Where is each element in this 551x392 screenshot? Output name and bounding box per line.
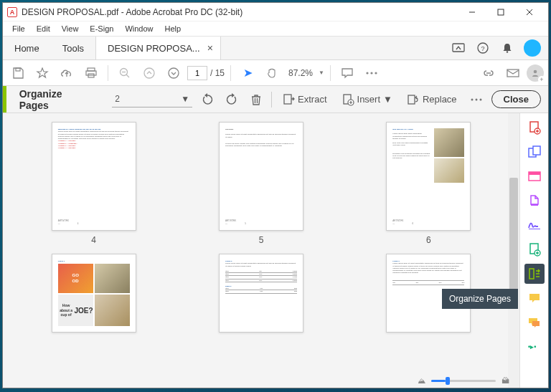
close-window-button[interactable] [515, 3, 544, 21]
account-avatar[interactable] [524, 39, 541, 57]
page-thumbnail-6[interactable]: who [WE REALLY need] Lorem ipsum dolor a… [386, 122, 471, 245]
svg-rect-20 [507, 70, 519, 77]
selection-tool-icon[interactable]: ➤ [237, 62, 258, 84]
insert-button[interactable]: Insert ▼ [337, 90, 397, 110]
menu-edit[interactable]: Edit [32, 23, 55, 34]
star-icon[interactable] [32, 62, 53, 84]
tooltip-label: Organize Pages [449, 294, 511, 304]
tab-tools[interactable]: Tools [51, 37, 95, 59]
cloud-upload-icon[interactable] [56, 62, 77, 84]
help-icon[interactable]: ? [471, 37, 495, 59]
replace-icon [407, 93, 420, 106]
svg-rect-32 [533, 146, 540, 155]
svg-point-7 [507, 51, 508, 52]
minimize-button[interactable] [458, 3, 486, 21]
menu-esign[interactable]: E-Sign [85, 23, 118, 34]
print-icon[interactable] [80, 62, 102, 84]
more-tools-rail-icon[interactable]: •▸• [524, 337, 545, 357]
maximize-button[interactable] [486, 3, 515, 21]
main-area: Welcome to Adobe Indesign! We will do so… [3, 113, 548, 388]
menu-file[interactable]: File [7, 23, 30, 34]
zoom-out-icon[interactable] [114, 62, 136, 84]
page-thumbnail-5[interactable]: Overview Lorem ipsum dolor sit amet cons… [219, 122, 303, 245]
svg-rect-1 [498, 9, 504, 15]
svg-rect-4 [453, 44, 464, 52]
page-thumbnail-4[interactable]: Welcome to Adobe Indesign! We will do so… [52, 122, 136, 245]
svg-rect-8 [16, 68, 20, 71]
menu-bar: File Edit View E-Sign Window Help [3, 21, 548, 36]
app-window: A DESIGN PROPOSAL.pdf - Adobe Acrobat Pr… [2, 2, 549, 388]
page-thumbnail-7[interactable]: Phase 1 GOOD How about a cup ofJOE? [52, 254, 136, 333]
zoom-dropdown-icon[interactable]: ▼ [319, 70, 324, 76]
scrollbar-thumb[interactable] [509, 178, 518, 300]
screen-share-icon[interactable] [446, 37, 471, 59]
rotate-left-icon[interactable] [198, 90, 217, 110]
organize-more-icon[interactable] [467, 90, 486, 110]
tab-document-label: DESIGN PROPOSA... [108, 43, 200, 54]
svg-rect-39 [529, 269, 534, 279]
tab-document[interactable]: DESIGN PROPOSA... × [95, 37, 221, 59]
menu-view[interactable]: View [57, 23, 84, 34]
svg-point-17 [366, 72, 368, 74]
sign-icon[interactable] [524, 215, 545, 235]
export-pdf-icon[interactable] [524, 191, 545, 211]
zoom-large-icon: 🏔 [501, 376, 509, 385]
dropdown-chevron-icon: ▼ [181, 94, 189, 104]
zoom-track[interactable] [431, 380, 496, 382]
comment-icon[interactable] [336, 62, 358, 84]
organize-toolbar: Organize Pages 2 ▼ Extract Insert ▼ Repl… [3, 86, 548, 113]
tools-rail: •▸• [519, 113, 548, 388]
replace-label: Replace [423, 94, 457, 105]
page-down-icon[interactable] [163, 62, 184, 84]
window-title: DESIGN PROPOSAL.pdf - Adobe Acrobat Pro … [22, 7, 458, 17]
delete-icon[interactable] [247, 90, 265, 110]
request-signatures-icon[interactable] [524, 239, 545, 259]
insert-label: Insert [357, 94, 381, 105]
email-icon[interactable] [502, 62, 524, 84]
svg-rect-22 [284, 95, 291, 104]
app-icon: A [7, 7, 17, 17]
page-thumbnail-8[interactable]: Phase 2 Lorem ipsum dolor sit amet conse… [219, 254, 303, 333]
extract-icon [282, 93, 295, 106]
thumbnails-area[interactable]: Welcome to Adobe Indesign! We will do so… [3, 113, 519, 388]
save-icon[interactable] [7, 62, 29, 84]
page-number-label: 6 [426, 235, 431, 245]
replace-button[interactable]: Replace [402, 90, 461, 110]
comment-tool-icon[interactable] [524, 288, 545, 308]
hand-tool-icon[interactable] [261, 62, 283, 84]
rotate-right-icon[interactable] [222, 90, 241, 110]
notifications-icon[interactable] [495, 37, 519, 59]
svg-point-27 [475, 98, 477, 100]
organize-pages-icon[interactable] [524, 264, 545, 284]
svg-rect-25 [408, 95, 415, 104]
menu-help[interactable]: Help [160, 23, 187, 34]
send-comments-icon[interactable] [524, 312, 545, 333]
panel-accent [3, 86, 6, 113]
extract-label: Extract [298, 94, 326, 105]
tab-close-icon[interactable]: × [207, 42, 213, 54]
zoom-knob[interactable] [446, 377, 450, 385]
svg-rect-34 [529, 172, 540, 175]
edit-pdf-icon[interactable] [524, 166, 545, 186]
page-range-dropdown[interactable]: 2 ▼ [112, 92, 192, 107]
svg-point-16 [169, 68, 179, 78]
zoom-level-label[interactable]: 87.2% [286, 68, 316, 78]
svg-point-18 [370, 72, 372, 74]
page-number-input[interactable] [187, 66, 207, 80]
share-profile-icon[interactable] [527, 64, 544, 82]
tab-home[interactable]: Home [3, 37, 51, 59]
svg-point-15 [144, 68, 154, 78]
thumbnail-zoom-slider[interactable]: ⛰ 🏔 [418, 376, 509, 385]
insert-chevron-icon: ▼ [383, 94, 392, 105]
extract-button[interactable]: Extract [278, 90, 331, 110]
menu-window[interactable]: Window [120, 23, 158, 34]
page-up-icon[interactable] [138, 62, 160, 84]
svg-text:?: ? [481, 45, 484, 52]
vertical-scrollbar[interactable] [508, 113, 519, 388]
main-toolbar: / 15 ➤ 87.2% ▼ [3, 60, 548, 86]
close-panel-button[interactable]: Close [491, 90, 541, 108]
more-tools-icon[interactable] [361, 62, 382, 84]
link-icon[interactable] [478, 62, 499, 84]
create-pdf-icon[interactable] [524, 118, 545, 138]
combine-files-icon[interactable] [524, 142, 545, 162]
